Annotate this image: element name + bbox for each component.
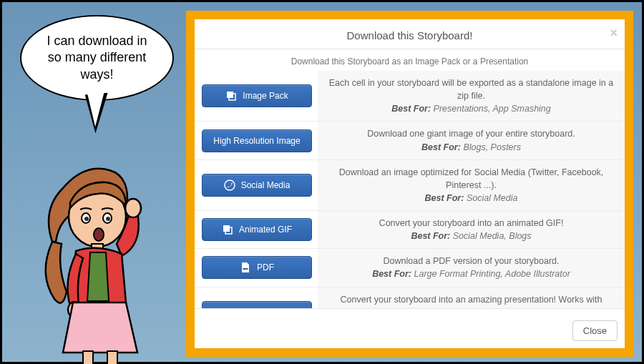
option-high-res: High Resolution Image Download one giant… bbox=[195, 121, 625, 159]
speech-bubble: I can download in so many different ways… bbox=[20, 15, 174, 101]
svg-point-5 bbox=[94, 228, 104, 241]
button-label: Image Pack bbox=[243, 91, 288, 101]
close-icon[interactable]: × bbox=[610, 26, 618, 39]
modal-subtitle: Download this Storyboard as an Image Pac… bbox=[195, 49, 625, 71]
animated-gif-button[interactable]: Animated GIF bbox=[202, 218, 312, 241]
character-girl bbox=[42, 159, 163, 363]
svg-point-7 bbox=[125, 199, 141, 217]
option-description: Convert your storyboard into an amazing … bbox=[318, 287, 625, 309]
button-label: High Resolution Image bbox=[213, 136, 300, 146]
high-res-button[interactable]: High Resolution Image bbox=[202, 129, 312, 152]
pdf-button[interactable]: PDF bbox=[202, 256, 312, 279]
option-description: Download one giant image of your entire … bbox=[318, 122, 625, 159]
svg-rect-10 bbox=[107, 351, 117, 364]
option-description: Each cell in your storyboard will be exp… bbox=[318, 71, 625, 121]
button-label: Social Media bbox=[241, 180, 291, 190]
pdf-icon bbox=[240, 262, 251, 273]
option-pdf: PDF Download a PDF version of your story… bbox=[195, 248, 625, 286]
modal-title: Download this Storyboard! bbox=[347, 29, 473, 41]
option-animated-gif: Animated GIF Convert your storyboard int… bbox=[195, 210, 625, 248]
modal-header: Download this Storyboard! × bbox=[195, 19, 625, 49]
svg-rect-16 bbox=[243, 268, 248, 270]
modal-footer: Close bbox=[195, 308, 625, 348]
close-button[interactable]: Close bbox=[572, 320, 618, 341]
powerpoint-button[interactable]: PowerPoint bbox=[202, 301, 312, 308]
download-modal: Download this Storyboard! × Download thi… bbox=[195, 19, 625, 348]
svg-point-13 bbox=[225, 180, 235, 190]
svg-point-2 bbox=[84, 217, 89, 221]
svg-rect-9 bbox=[83, 351, 93, 364]
option-description: Convert your storyboard into an animated… bbox=[318, 211, 625, 248]
button-label: PDF bbox=[257, 262, 274, 272]
button-label: Animated GIF bbox=[239, 225, 292, 235]
image-pack-button[interactable]: Image Pack bbox=[202, 84, 312, 107]
svg-rect-14 bbox=[223, 225, 230, 232]
option-image-pack: Image Pack Each cell in your storyboard … bbox=[195, 71, 625, 121]
option-social-media: Social Media Download an image optimized… bbox=[195, 159, 625, 210]
social-media-button[interactable]: Social Media bbox=[202, 174, 312, 197]
option-description: Download a PDF version of your storyboar… bbox=[318, 249, 625, 286]
twitter-icon bbox=[224, 179, 235, 191]
stack-icon bbox=[222, 224, 233, 235]
modal-backdrop: Download this Storyboard! × Download thi… bbox=[186, 11, 633, 357]
download-options: Image Pack Each cell in your storyboard … bbox=[195, 71, 625, 308]
speech-bubble-text: I can download in so many different ways… bbox=[39, 33, 155, 83]
option-powerpoint: PowerPoint Convert your storyboard into … bbox=[195, 287, 625, 309]
svg-rect-11 bbox=[227, 92, 233, 98]
option-description: Download an image optimized for Social M… bbox=[318, 160, 625, 210]
svg-point-4 bbox=[106, 217, 110, 221]
stack-icon bbox=[225, 90, 237, 102]
storyboard-frame: I can download in so many different ways… bbox=[0, 0, 644, 364]
